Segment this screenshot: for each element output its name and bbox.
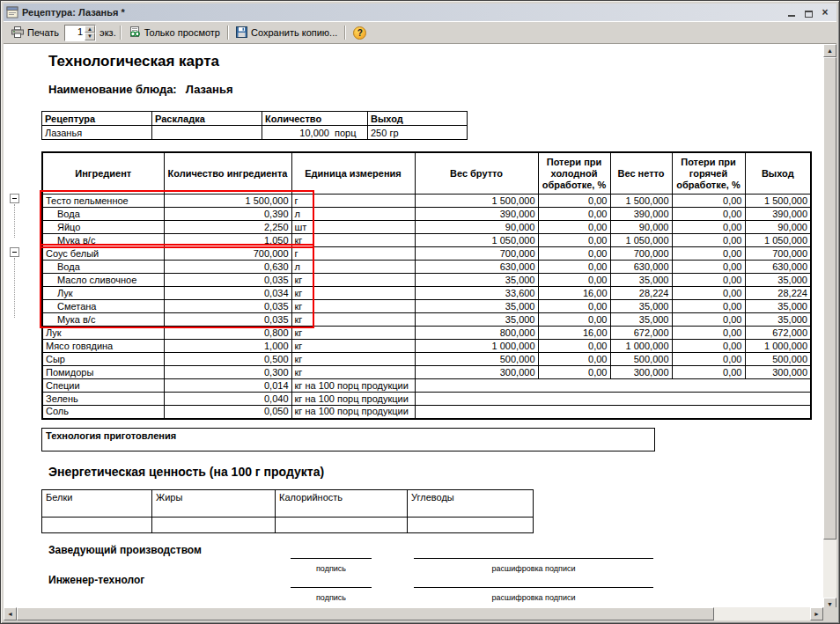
ingredient-name-cell: Лук (42, 327, 164, 340)
unit-cell: шт (291, 221, 415, 234)
signature-line: подпись (291, 558, 372, 575)
hot-loss-cell: 0,00 (672, 195, 745, 208)
unit-cell: л (291, 208, 415, 221)
gross-weight-cell: 33,600 (415, 287, 538, 300)
quantity-cell: 0,034 (164, 287, 291, 300)
quantity-cell: 0,390 (164, 208, 291, 221)
close-icon: × (822, 7, 828, 18)
scroll-up-button[interactable]: ▲ (823, 44, 836, 57)
document-area: Технологическая карта Наименование блюда… (4, 44, 836, 620)
yield-cell: 35,000 (745, 300, 811, 313)
yield-cell: 700,000 (745, 247, 811, 261)
gross-weight-cell: 630,000 (415, 261, 538, 274)
horizontal-scroll-thumb[interactable] (17, 607, 714, 620)
close-button[interactable]: × (818, 6, 832, 18)
copies-input[interactable]: 1 (65, 26, 85, 40)
view-only-button[interactable]: Только просмотр (125, 25, 224, 41)
spinner-down-button[interactable]: ▼ (85, 33, 95, 40)
energy-section-title: Энергетическая ценность (на 100 г продук… (48, 465, 324, 479)
cold-loss-cell: 0,00 (538, 247, 610, 261)
ingredient-row: Лук0,034кг33,60016,0028,2240,0028,224 (42, 287, 811, 300)
group-collapse-button-sauce[interactable] (10, 247, 19, 257)
help-button[interactable]: ? (350, 25, 370, 41)
unit-cell: кг (291, 353, 415, 366)
ingredient-row: Яйцо2,250шт90,0000,0090,0000,0090,000 (42, 221, 811, 234)
energy-table: Белки Жиры Калорийность Углеводы (41, 489, 534, 533)
hot-loss-cell: 0,00 (672, 340, 745, 353)
dish-name: Лазанья (186, 83, 233, 96)
gross-weight-cell: 700,000 (415, 247, 538, 261)
yield-cell: 630,000 (745, 261, 811, 274)
ingredient-name-cell: Мука в/с (42, 313, 164, 327)
ingredient-row: Масло сливочное0,035кг35,0000,0035,0000,… (42, 274, 811, 287)
cold-loss-cell: 0,00 (538, 353, 610, 366)
scroll-left-button[interactable]: ◄ (4, 607, 17, 620)
quantity-cell: 1,000 (164, 340, 291, 353)
ingredient-row: Мука в/с0,035кг35,0000,0035,0000,0035,00… (42, 313, 811, 327)
energy-header-cell: Жиры (152, 490, 276, 518)
ingredient-row: Мясо говядина1,000кг1 000,0000,001 000,0… (42, 340, 811, 353)
yield-cell: 35,000 (745, 313, 811, 327)
energy-header-cell: Углеводы (408, 490, 534, 518)
technology-label: Технология приготовления (46, 430, 176, 441)
save-copy-label: Сохранить копию... (251, 27, 337, 38)
net-weight-cell: 390,000 (610, 208, 672, 221)
minimize-button[interactable] (785, 6, 799, 18)
quantity-cell: 2,250 (164, 221, 291, 234)
energy-header-cell: Калорийность (276, 490, 408, 518)
net-weight-cell: 300,000 (610, 366, 672, 379)
ingredient-row: Сыр0,500кг500,0000,00500,0000,00500,000 (42, 353, 811, 366)
cold-loss-cell: 16,00 (538, 327, 610, 340)
ingredients-tbody: Тесто пельменное1 500,000г1 500,0000,001… (42, 195, 811, 419)
ingredient-name-cell: Специи (42, 379, 164, 393)
quantity-cell: 0,630 (164, 261, 291, 274)
cold-loss-cell: 0,00 (538, 366, 610, 379)
energy-value-cell (408, 518, 534, 533)
ingredient-row: Специи0,014кг на 100 порц продукции (42, 379, 811, 393)
view-only-label: Только просмотр (144, 27, 220, 38)
cold-loss-cell: 0,00 (538, 300, 610, 313)
vertical-scrollbar[interactable]: ▲ ▼ (823, 44, 836, 611)
copies-spinner[interactable]: 1 ▲ ▼ (64, 25, 96, 41)
signature-caption: подпись (316, 564, 346, 573)
ingredient-name-cell: Мясо говядина (42, 340, 164, 353)
quantity-cell: 0,800 (164, 327, 291, 340)
unit-cell: г (291, 195, 415, 208)
print-form-page: Технологическая карта Наименование блюда… (4, 44, 823, 611)
cold-loss-cell: 0,00 (538, 261, 610, 274)
gross-weight-cell: 35,000 (415, 274, 538, 287)
signature-caption: расшифровка подписи (492, 593, 576, 602)
cold-loss-cell: 16,00 (538, 287, 610, 300)
yield-cell: 28,224 (745, 287, 811, 300)
hot-loss-cell: 0,00 (672, 327, 745, 340)
vertical-scroll-thumb[interactable] (823, 57, 836, 540)
yield-cell: 90,000 (745, 221, 811, 234)
save-copy-button[interactable]: Сохранить копию... (232, 25, 341, 41)
net-weight-cell: 500,000 (610, 353, 672, 366)
spinner-up-button[interactable]: ▲ (85, 26, 95, 33)
maximize-button[interactable] (801, 6, 815, 18)
print-button[interactable]: Печать (8, 25, 63, 41)
app-window: Рецептура: Лазанья * × Печать 1 ▲ ▼ (0, 0, 840, 624)
horizontal-scrollbar[interactable]: ◄ ► (4, 607, 823, 620)
scroll-right-button[interactable]: ► (810, 607, 823, 620)
ingredient-row: Вода0,390л390,0000,00390,0000,00390,000 (42, 208, 811, 221)
group-collapse-button-dough[interactable] (10, 194, 19, 203)
ingredient-name-cell: Сыр (42, 353, 164, 366)
help-icon: ? (353, 26, 366, 40)
quantity-cell: 1 500,000 (164, 195, 291, 208)
quantity-cell: 0,040 (164, 393, 291, 406)
net-weight-cell: 35,000 (610, 274, 672, 287)
toolbar-separator (344, 26, 346, 40)
ing-header-cell: Ингредиент (42, 152, 164, 195)
net-weight-cell: 1 500,000 (610, 195, 672, 208)
gross-weight-cell: 90,000 (415, 221, 538, 234)
quantity-cell: 0,300 (164, 366, 291, 379)
net-weight-cell: 630,000 (610, 261, 672, 274)
merged-empty-cell (415, 406, 811, 419)
signature-caption: расшифровка подписи (492, 564, 576, 573)
gross-weight-cell: 300,000 (415, 366, 538, 379)
title-bar[interactable]: Рецептура: Лазанья * × (4, 4, 836, 21)
engineer-label: Инженер-технолог (48, 574, 144, 586)
unit-cell: кг (291, 300, 415, 313)
